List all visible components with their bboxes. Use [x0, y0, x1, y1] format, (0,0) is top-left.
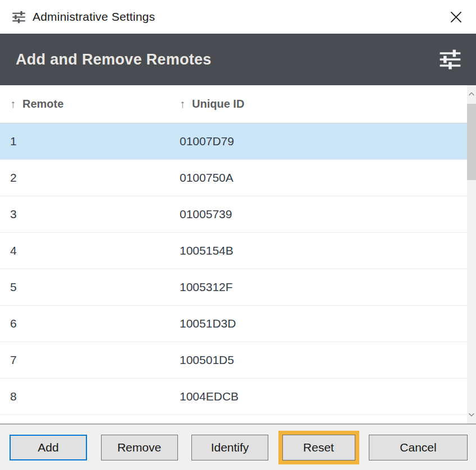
remote-cell: 6: [0, 317, 170, 330]
table-row[interactable]: 6 10051D3D: [0, 306, 467, 342]
table-row[interactable]: 1 01007D79: [0, 123, 467, 160]
table-row[interactable]: 2 0100750A: [0, 160, 467, 196]
scroll-up-icon: [468, 90, 475, 98]
scrollbar[interactable]: [467, 85, 476, 423]
section-title: Add and Remove Remotes: [16, 51, 212, 68]
unique-id-cell: 100501D5: [170, 353, 467, 367]
sort-ascending-icon: ↑: [180, 98, 185, 110]
remote-cell: 8: [0, 390, 170, 403]
sliders-icon: [11, 10, 26, 25]
cancel-button[interactable]: Cancel: [369, 435, 468, 460]
identify-button[interactable]: Identify: [191, 435, 268, 460]
table-row[interactable]: 5 1005312F: [0, 269, 467, 306]
section-header: Add and Remove Remotes: [0, 34, 476, 85]
window-title: Administrative Settings: [33, 10, 155, 24]
reset-button[interactable]: Reset: [282, 435, 355, 460]
add-button[interactable]: Add: [10, 435, 87, 460]
close-icon: [447, 8, 465, 26]
remote-cell: 5: [0, 280, 170, 294]
sort-ascending-icon: ↑: [10, 98, 16, 110]
button-wrap: Add: [6, 431, 91, 464]
button-wrap: Remove: [97, 431, 182, 464]
remote-cell: 1: [0, 135, 170, 148]
table-body: 1 01007D79 2 0100750A 3 01005739 4 10051…: [0, 123, 467, 415]
close-button[interactable]: [443, 4, 468, 29]
titlebar: Administrative Settings: [0, 0, 476, 34]
unique-id-cell: 1004EDCB: [170, 390, 467, 403]
column-header-label: Remote: [22, 98, 63, 110]
column-header-unique-id[interactable]: ↑ Unique ID: [170, 98, 467, 110]
button-wrap: Reset: [278, 431, 359, 464]
footer-buttons: Add Remove Identify Reset Cancel: [0, 423, 476, 470]
scrollbar-thumb[interactable]: [467, 104, 476, 180]
column-header-remote[interactable]: ↑ Remote: [0, 98, 170, 110]
unique-id-cell: 10051D3D: [170, 317, 467, 330]
remote-cell: 4: [0, 244, 170, 257]
unique-id-cell: 1005312F: [170, 280, 467, 294]
unique-id-cell: 1005154B: [170, 244, 467, 257]
unique-id-cell: 01005739: [170, 208, 467, 221]
sliders-icon: [438, 47, 463, 72]
remote-cell: 3: [0, 208, 170, 221]
table-row[interactable]: 3 01005739: [0, 196, 467, 233]
unique-id-cell: 01007D79: [170, 135, 467, 148]
column-header-label: Unique ID: [192, 98, 244, 110]
table-row[interactable]: 4 1005154B: [0, 233, 467, 269]
button-wrap: Cancel: [365, 431, 472, 464]
button-wrap: Identify: [187, 431, 272, 464]
remote-cell: 7: [0, 353, 170, 367]
unique-id-cell: 0100750A: [170, 171, 467, 185]
scroll-down-button[interactable]: [467, 407, 476, 422]
table-row[interactable]: 7 100501D5: [0, 342, 467, 379]
table-header-row: ↑ Remote ↑ Unique ID: [0, 85, 467, 123]
table-row[interactable]: 8 1004EDCB: [0, 379, 467, 415]
scroll-up-button[interactable]: [467, 87, 476, 102]
remotes-table: ↑ Remote ↑ Unique ID 1 01007D79 2 010075…: [0, 85, 476, 423]
remove-button[interactable]: Remove: [101, 435, 178, 460]
remote-cell: 2: [0, 171, 170, 185]
scroll-down-icon: [468, 411, 475, 418]
